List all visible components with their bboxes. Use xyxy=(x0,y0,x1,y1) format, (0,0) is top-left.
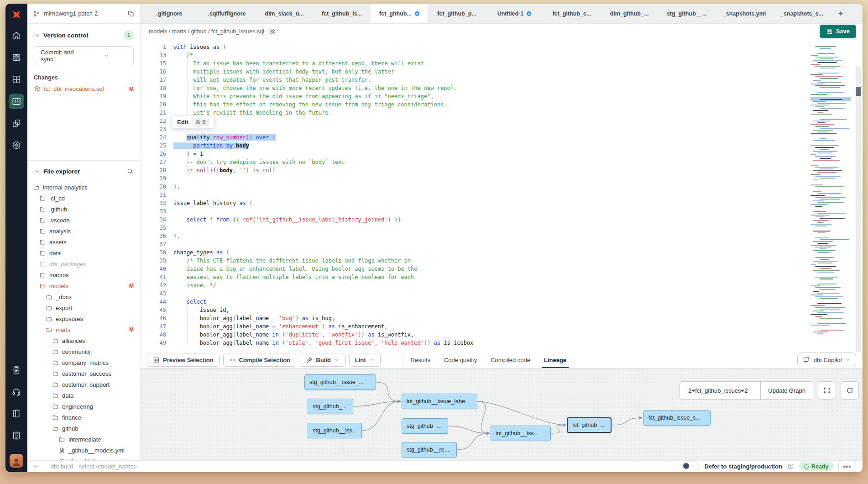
lineage-node-3[interactable]: int_github__issue_labe... xyxy=(402,394,477,409)
panel-button-compile-selection[interactable]: Compile Selection xyxy=(223,353,297,367)
tree-item-_docs[interactable]: _docs xyxy=(27,291,140,302)
code-line-17[interactable]: 17will get updates for events that happe… xyxy=(141,76,808,84)
rail-item-headset[interactable] xyxy=(9,384,24,400)
tab--gitignore[interactable]: .gitignore xyxy=(141,4,198,23)
tab--snapshots-yml[interactable]: _snapshots.yml xyxy=(716,4,773,23)
minimap[interactable] xyxy=(810,42,851,348)
view-docs-compass-icon[interactable] xyxy=(269,28,276,35)
tree-item-engineering[interactable]: engineering xyxy=(27,401,140,412)
tab--snapshots-s-[interactable]: _snapshots_s... xyxy=(773,4,831,23)
fullscreen-button[interactable] xyxy=(818,381,836,400)
defer-toggle[interactable] xyxy=(682,462,699,471)
lineage-node-8[interactable]: fct_github_issue_s... xyxy=(643,410,711,426)
command-input[interactable]: dbt build --select <model_name> xyxy=(51,463,137,470)
chevron-down-icon[interactable] xyxy=(34,168,41,175)
tab-fct-github-p-[interactable]: fct_github_p... xyxy=(428,4,486,23)
code-line-36[interactable]: 36), xyxy=(141,232,808,240)
lineage-node-6[interactable]: int_github__iss... xyxy=(491,426,551,441)
code-line-43[interactable]: 43 xyxy=(141,289,808,298)
code-line-30[interactable]: 30), xyxy=(141,183,808,191)
panel-button-preview-selection[interactable]: Preview Selection xyxy=(147,353,220,367)
code-line-49[interactable]: 49boolor_agg(label_name in ('stale', 'go… xyxy=(141,339,808,347)
tree-item-community[interactable]: community xyxy=(27,346,140,357)
tab-fct-github-[interactable]: fct_github... xyxy=(371,4,428,23)
rail-item-clipboard[interactable] xyxy=(9,362,24,378)
tree-item-data[interactable]: data xyxy=(27,247,140,258)
code-line-45[interactable]: 45issue_id, xyxy=(141,306,808,314)
tree-item-customer_support[interactable]: customer_support xyxy=(27,379,140,390)
tab-dim-github-[interactable]: dim_github_... xyxy=(601,4,658,23)
code-line-24[interactable]: 24qualify row_number() over ( xyxy=(141,133,808,142)
panel-tab-results[interactable]: Results xyxy=(404,352,437,368)
code-line-26[interactable]: 26) = 1 xyxy=(141,150,808,158)
tree-item-github[interactable]: github xyxy=(27,423,140,434)
code-line-29[interactable]: 29 xyxy=(141,174,808,183)
tree-item-models[interactable]: modelsM xyxy=(27,280,140,291)
lineage-node-1[interactable]: stg_github_... xyxy=(308,399,353,414)
code-line-44[interactable]: 44select xyxy=(141,298,808,306)
code-line-40[interactable]: 40issue has a bug or enhancement label. … xyxy=(141,265,808,273)
code-line-48[interactable]: 48boolor_agg(label_name in ('duplicate',… xyxy=(141,331,808,339)
selector-input[interactable]: 2+fct_github_issues+2 xyxy=(680,382,761,399)
panel-tab-code-quality[interactable]: Code quality xyxy=(437,352,484,368)
new-tab-button[interactable]: + xyxy=(831,4,851,23)
search-icon[interactable] xyxy=(126,168,134,175)
code-line-33[interactable]: 33 xyxy=(141,207,808,216)
commit-and-sync-dropdown[interactable]: Commit and sync xyxy=(34,46,134,65)
tree-item-dim_github_users.sql[interactable]: dim_github_users.sql xyxy=(27,456,140,460)
tree-item-intermediate[interactable]: intermediate xyxy=(27,434,140,445)
code-line-47[interactable]: 47boolor_agg(label_name = 'enhancement')… xyxy=(141,322,808,331)
code-line-16[interactable]: 16multiple issues with identical body te… xyxy=(141,68,808,76)
tab-fct-github-is-[interactable]: fct_github_is... xyxy=(313,4,371,23)
lineage-node-4[interactable]: stg_github_... xyxy=(402,418,448,434)
chevron-down-icon[interactable] xyxy=(34,32,41,39)
tree-item-macros[interactable]: macros xyxy=(27,269,140,280)
tab-stg-github-[interactable]: stg_github__... xyxy=(658,4,716,23)
rail-item-book[interactable] xyxy=(9,406,24,421)
help-icon[interactable] xyxy=(787,463,794,470)
tree-item-marts[interactable]: martsM xyxy=(27,324,140,335)
rail-item-code-editor[interactable] xyxy=(9,94,24,109)
lineage-node-2[interactable]: stg_github__iss... xyxy=(308,423,362,438)
code-line-15[interactable]: 15If an issue has been transferred to a … xyxy=(141,59,808,68)
rail-item-org[interactable] xyxy=(9,428,24,443)
refresh-graph-button[interactable] xyxy=(841,381,859,400)
rail-item-home[interactable] xyxy=(9,28,24,43)
code-line-37[interactable]: 37 xyxy=(141,240,808,248)
panel-tab-lineage[interactable]: Lineage xyxy=(537,352,573,368)
code-line-34[interactable]: 34select * from {{ ref('int_github__issu… xyxy=(141,216,808,224)
code-line-31[interactable]: 31 xyxy=(141,191,808,199)
tree-item-.github[interactable]: .github xyxy=(27,204,140,215)
tree-item-internal-analytics[interactable]: internal-analytics xyxy=(27,182,140,193)
tab--sqlfluffignore[interactable]: .sqlfluffignore xyxy=(198,4,256,23)
rail-item-compare[interactable] xyxy=(9,116,24,131)
code-line-19[interactable]: 19While this prevents the old issue from… xyxy=(141,92,808,100)
tree-item-company_metrics[interactable]: company_metrics xyxy=(27,357,140,368)
rail-item-compass[interactable] xyxy=(9,137,24,153)
panel-tab-compiled-code[interactable]: Compiled code xyxy=(484,352,537,368)
tree-item-assets[interactable]: assets xyxy=(27,237,140,247)
tree-item-export[interactable]: export xyxy=(27,302,140,313)
edit-tooltip[interactable]: Edit ⌘ B xyxy=(172,115,214,129)
tree-item-.ci_cd[interactable]: .ci_cd xyxy=(27,193,140,204)
code-line-27[interactable]: 27-- don't try deduping issues with no `… xyxy=(141,158,808,166)
lineage-node-0[interactable]: stg_github__issue_... xyxy=(304,374,376,390)
tree-item-data[interactable]: data xyxy=(27,390,140,401)
copy-branch-icon[interactable] xyxy=(127,10,135,17)
code-line-25[interactable]: 25partition by body xyxy=(141,142,808,150)
tree-item-alliances[interactable]: alliances xyxy=(27,335,140,346)
code-line-22[interactable]: 22 xyxy=(141,117,808,125)
tab-fct-github-c-[interactable]: fct_github_c... xyxy=(543,4,601,23)
code-line-21[interactable]: 21Let's revisit this modeling in the fut… xyxy=(141,109,808,117)
code-line-23[interactable]: 23 xyxy=(141,125,808,133)
code-line-46[interactable]: 46boolor_agg(label_name = 'bug') as is_b… xyxy=(141,314,808,322)
tree-item-dbt_packages[interactable]: dbt_packages xyxy=(27,258,140,269)
code-editor[interactable]: 1with issues as (13/*15If an issue has b… xyxy=(141,39,863,352)
user-avatar[interactable] xyxy=(10,454,23,468)
code-line-35[interactable]: 35 xyxy=(141,224,808,232)
panel-button-build[interactable]: Build xyxy=(300,353,345,367)
code-line-1[interactable]: 1with issues as ( xyxy=(141,43,808,51)
update-graph-button[interactable]: Update Graph xyxy=(761,382,813,399)
tree-item-_github__models.yml[interactable]: _github__models.yml xyxy=(27,445,140,456)
tree-item-exposures[interactable]: exposures xyxy=(27,313,140,324)
